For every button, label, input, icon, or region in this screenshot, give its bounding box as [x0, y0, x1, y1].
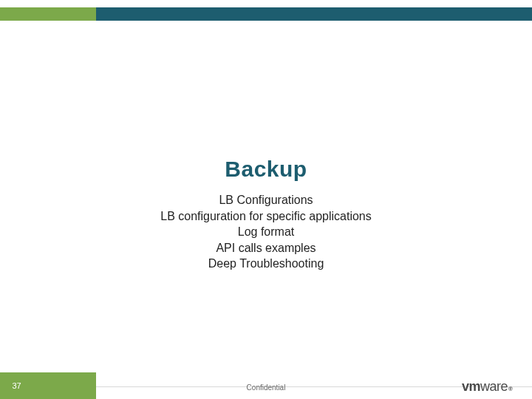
- content-area: Backup LB Configurations LB configuratio…: [0, 0, 532, 399]
- subtitle-line: Log format: [160, 224, 372, 240]
- subtitle-line: Deep Troubleshooting: [160, 256, 372, 272]
- subtitle-line: LB configuration for specific applicatio…: [160, 208, 372, 225]
- confidential-label: Confidential: [0, 383, 532, 392]
- vmware-logo: vmware®: [462, 379, 513, 395]
- slide: Backup LB Configurations LB configuratio…: [0, 0, 532, 399]
- logo-registered-icon: ®: [508, 386, 513, 392]
- subtitle-block: LB Configurations LB configuration for s…: [160, 192, 372, 272]
- slide-title: Backup: [225, 157, 307, 182]
- logo-ware-text: ware: [480, 379, 508, 395]
- logo-vm-text: vm: [462, 379, 480, 395]
- subtitle-line: LB Configurations: [160, 192, 372, 208]
- subtitle-line: API calls examples: [160, 240, 372, 256]
- footer: 37 Confidential vmware®: [0, 372, 532, 399]
